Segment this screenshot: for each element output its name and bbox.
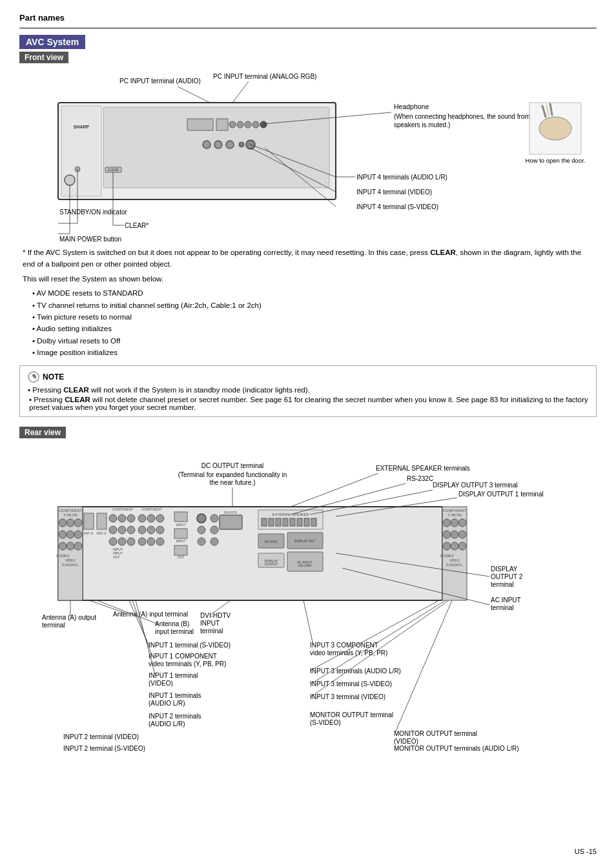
svg-point-68 [118, 526, 126, 534]
svg-rect-103 [269, 518, 274, 526]
svg-text:OUTPUT 2: OUTPUT 2 [491, 573, 523, 580]
svg-text:INPUT 4 terminal (VIDEO): INPUT 4 terminal (VIDEO) [356, 188, 432, 196]
svg-point-125 [74, 519, 82, 527]
svg-rect-98 [220, 515, 242, 529]
svg-rect-90 [174, 545, 187, 555]
svg-text:INPUT 3 terminals (AUDIO L/R): INPUT 3 terminals (AUDIO L/R) [310, 667, 401, 675]
svg-text:SHARP: SHARP [74, 125, 90, 129]
svg-text:the near future.): the near future.) [209, 479, 255, 486]
bullet-6: Image position initializes [32, 347, 593, 358]
bullet-5: Dolby virtual resets to Off [32, 335, 593, 347]
svg-point-66 [127, 514, 135, 522]
svg-point-139 [451, 519, 458, 527]
svg-point-70 [109, 538, 117, 545]
svg-text:S-VIDEO: S-VIDEO [56, 554, 70, 558]
svg-point-67 [109, 526, 117, 534]
svg-point-12 [245, 121, 251, 128]
svg-text:MONITOR OUTPUT terminal: MONITOR OUTPUT terminal [310, 711, 393, 718]
section-title: Part names [19, 13, 597, 23]
svg-text:(VIDEO): (VIDEO) [394, 738, 418, 745]
svg-text:DVI-HDTV: DVI-HDTV [200, 612, 231, 619]
svg-text:DISPLAY OUTPUT 3 terminal: DISPLAY OUTPUT 3 terminal [433, 482, 518, 489]
svg-rect-59 [84, 513, 94, 529]
svg-text:terminal: terminal [42, 622, 65, 629]
svg-point-128 [74, 531, 82, 538]
svg-point-11 [237, 121, 243, 128]
svg-point-145 [451, 542, 458, 550]
svg-text:(When connecting headphones, t: (When connecting headphones, the sound f… [394, 113, 541, 120]
svg-point-144 [443, 542, 451, 550]
svg-point-140 [458, 519, 466, 527]
svg-point-65 [118, 514, 126, 522]
svg-text:CLEAR: CLEAR [108, 168, 119, 172]
svg-text:R-AUDIO-L: R-AUDIO-L [446, 563, 463, 567]
note-line-1: • Pressing CLEAR will not work if the Sy… [28, 386, 588, 394]
svg-text:OUT: OUT [113, 555, 120, 559]
svg-text:VIDEO: VIDEO [65, 558, 76, 562]
svg-point-81 [147, 526, 155, 534]
svg-text:DVI-DTV: DVI-DTV [224, 511, 238, 514]
svg-text:S-VIDEO: S-VIDEO [440, 554, 454, 558]
svg-rect-109 [311, 518, 316, 526]
svg-point-72 [127, 538, 135, 545]
svg-rect-106 [290, 518, 295, 526]
svg-text:MONITOR OUTPUT terminals (AUDI: MONITOR OUTPUT terminals (AUDIO L/R) [394, 745, 519, 752]
svg-point-64 [109, 514, 117, 522]
rear-view-badge: Rear view [19, 427, 66, 438]
svg-point-23 [539, 117, 571, 140]
svg-text:ANT-A: ANT-A [84, 531, 94, 535]
svg-line-155 [291, 473, 378, 507]
svg-line-208 [395, 600, 452, 733]
svg-point-141 [443, 531, 451, 538]
svg-point-130 [67, 542, 74, 550]
svg-text:Antenna (A) input terminal: Antenna (A) input terminal [113, 611, 188, 618]
note-line-2: • Pressing CLEAR will not delete channel… [28, 396, 588, 411]
svg-point-15 [203, 141, 210, 148]
svg-text:INPUT 4 terminals (AUDIO L/R): INPUT 4 terminals (AUDIO L/R) [356, 174, 447, 181]
svg-text:COMPONENT: COMPONENT [112, 507, 134, 511]
svg-point-79 [156, 514, 164, 522]
svg-point-92 [197, 514, 206, 523]
asterisk-note-section: * If the AVC System is switched on but i… [19, 247, 597, 359]
svg-text:video terminals (Y, PB, PR): video terminals (Y, PB, PR) [310, 649, 387, 656]
svg-text:DISPLAY: DISPLAY [491, 565, 518, 573]
svg-rect-9 [216, 119, 228, 130]
svg-text:(Terminal for expanded functio: (Terminal for expanded functionality in [178, 471, 287, 478]
svg-text:ARC-A: ARC-A [96, 531, 107, 535]
svg-point-14 [260, 121, 267, 128]
svg-text:R-AUDIO-L: R-AUDIO-L [62, 563, 79, 567]
svg-point-84 [147, 538, 155, 545]
svg-point-18 [239, 142, 244, 147]
svg-text:COMPONENT: COMPONENT [59, 509, 82, 513]
svg-text:AC INPUT: AC INPUT [491, 596, 521, 604]
svg-text:Y   PB   PR: Y PB PR [447, 513, 462, 517]
bullet-4: Audio setting initializes [32, 323, 593, 334]
svg-text:terminal: terminal [200, 627, 223, 635]
reset-bullets: AV MODE resets to STANDARD TV channel re… [32, 287, 593, 358]
svg-text:CLEAR*: CLEAR* [125, 222, 149, 229]
svg-text:INPUT 1 terminals: INPUT 1 terminals [149, 692, 201, 699]
svg-point-16 [214, 141, 222, 148]
svg-point-4 [65, 175, 75, 185]
svg-point-77 [138, 514, 146, 522]
svg-text:OUTPUT: OUTPUT [265, 562, 278, 566]
svg-text:COMPONENT: COMPONENT [443, 509, 466, 513]
svg-text:100-240V: 100-240V [298, 564, 312, 567]
svg-point-129 [59, 542, 67, 550]
svg-point-71 [118, 538, 126, 545]
svg-point-69 [127, 526, 135, 534]
svg-text:(AUDIO L/R): (AUDIO L/R) [149, 720, 185, 728]
svg-text:(VIDEO): (VIDEO) [149, 680, 173, 687]
svg-point-97 [210, 538, 218, 545]
svg-text:video terminals (Y, PB, PR): video terminals (Y, PB, PR) [149, 660, 226, 667]
svg-text:MONITOR OUTPUT terminal: MONITOR OUTPUT terminal [394, 730, 477, 737]
svg-point-10 [229, 121, 236, 128]
svg-line-28 [178, 86, 210, 103]
svg-line-173 [89, 600, 126, 613]
note-header: ✎ NOTE [28, 371, 588, 383]
svg-point-83 [138, 538, 146, 545]
svg-point-138 [443, 519, 451, 527]
headphone-label: Headphone [394, 103, 429, 110]
bullet-2: TV channel returns to initial channel se… [32, 300, 593, 311]
svg-point-126 [59, 531, 67, 538]
